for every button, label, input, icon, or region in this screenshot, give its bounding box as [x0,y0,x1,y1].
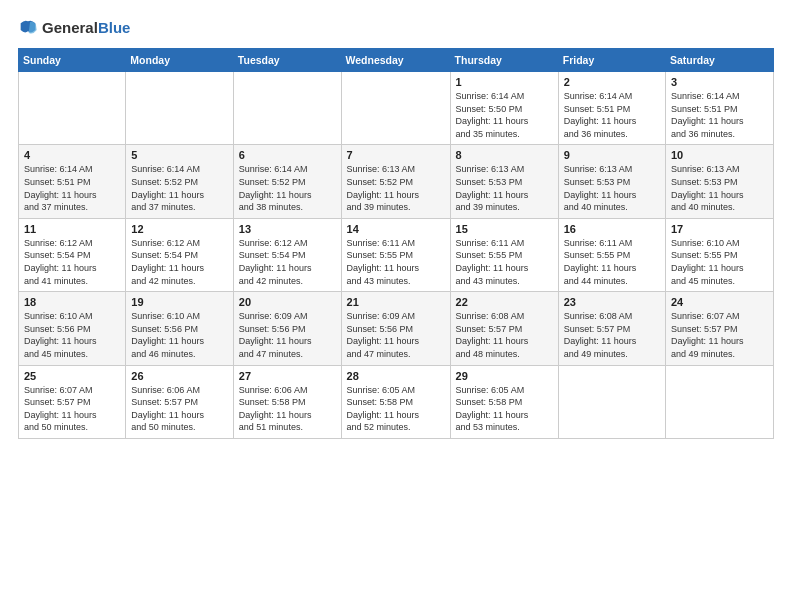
weekday-header-tuesday: Tuesday [233,49,341,72]
page-header: GeneralBlue [18,18,774,38]
day-number: 23 [564,296,660,308]
day-number: 14 [347,223,445,235]
day-number: 17 [671,223,768,235]
calendar-header-row: SundayMondayTuesdayWednesdayThursdayFrid… [19,49,774,72]
calendar-cell: 18Sunrise: 6:10 AM Sunset: 5:56 PM Dayli… [19,292,126,365]
calendar-cell: 24Sunrise: 6:07 AM Sunset: 5:57 PM Dayli… [666,292,774,365]
calendar-cell: 7Sunrise: 6:13 AM Sunset: 5:52 PM Daylig… [341,145,450,218]
calendar-cell: 26Sunrise: 6:06 AM Sunset: 5:57 PM Dayli… [126,365,234,438]
day-number: 11 [24,223,120,235]
cell-info: Sunrise: 6:11 AM Sunset: 5:55 PM Dayligh… [456,237,553,287]
cell-info: Sunrise: 6:09 AM Sunset: 5:56 PM Dayligh… [347,310,445,360]
day-number: 19 [131,296,228,308]
calendar-cell: 15Sunrise: 6:11 AM Sunset: 5:55 PM Dayli… [450,218,558,291]
calendar-cell: 2Sunrise: 6:14 AM Sunset: 5:51 PM Daylig… [558,72,665,145]
day-number: 15 [456,223,553,235]
calendar-cell: 27Sunrise: 6:06 AM Sunset: 5:58 PM Dayli… [233,365,341,438]
day-number: 1 [456,76,553,88]
day-number: 4 [24,149,120,161]
day-number: 9 [564,149,660,161]
cell-info: Sunrise: 6:12 AM Sunset: 5:54 PM Dayligh… [131,237,228,287]
cell-info: Sunrise: 6:11 AM Sunset: 5:55 PM Dayligh… [564,237,660,287]
cell-info: Sunrise: 6:10 AM Sunset: 5:56 PM Dayligh… [24,310,120,360]
calendar-week-1: 1Sunrise: 6:14 AM Sunset: 5:50 PM Daylig… [19,72,774,145]
calendar-cell: 9Sunrise: 6:13 AM Sunset: 5:53 PM Daylig… [558,145,665,218]
calendar-week-5: 25Sunrise: 6:07 AM Sunset: 5:57 PM Dayli… [19,365,774,438]
cell-info: Sunrise: 6:12 AM Sunset: 5:54 PM Dayligh… [24,237,120,287]
day-number: 10 [671,149,768,161]
day-number: 3 [671,76,768,88]
calendar-cell: 4Sunrise: 6:14 AM Sunset: 5:51 PM Daylig… [19,145,126,218]
calendar-cell: 10Sunrise: 6:13 AM Sunset: 5:53 PM Dayli… [666,145,774,218]
calendar-cell [233,72,341,145]
cell-info: Sunrise: 6:13 AM Sunset: 5:53 PM Dayligh… [671,163,768,213]
calendar-cell: 17Sunrise: 6:10 AM Sunset: 5:55 PM Dayli… [666,218,774,291]
calendar-cell: 23Sunrise: 6:08 AM Sunset: 5:57 PM Dayli… [558,292,665,365]
calendar-table: SundayMondayTuesdayWednesdayThursdayFrid… [18,48,774,439]
day-number: 7 [347,149,445,161]
calendar-week-4: 18Sunrise: 6:10 AM Sunset: 5:56 PM Dayli… [19,292,774,365]
cell-info: Sunrise: 6:14 AM Sunset: 5:52 PM Dayligh… [239,163,336,213]
logo: GeneralBlue [18,18,130,38]
day-number: 8 [456,149,553,161]
logo-icon [18,18,38,38]
cell-info: Sunrise: 6:05 AM Sunset: 5:58 PM Dayligh… [347,384,445,434]
calendar-cell: 20Sunrise: 6:09 AM Sunset: 5:56 PM Dayli… [233,292,341,365]
cell-info: Sunrise: 6:13 AM Sunset: 5:53 PM Dayligh… [564,163,660,213]
day-number: 18 [24,296,120,308]
calendar-cell [341,72,450,145]
day-number: 26 [131,370,228,382]
cell-info: Sunrise: 6:14 AM Sunset: 5:51 PM Dayligh… [24,163,120,213]
day-number: 25 [24,370,120,382]
cell-info: Sunrise: 6:08 AM Sunset: 5:57 PM Dayligh… [456,310,553,360]
day-number: 21 [347,296,445,308]
calendar-cell: 8Sunrise: 6:13 AM Sunset: 5:53 PM Daylig… [450,145,558,218]
day-number: 28 [347,370,445,382]
cell-info: Sunrise: 6:06 AM Sunset: 5:57 PM Dayligh… [131,384,228,434]
day-number: 24 [671,296,768,308]
calendar-week-3: 11Sunrise: 6:12 AM Sunset: 5:54 PM Dayli… [19,218,774,291]
calendar-cell: 19Sunrise: 6:10 AM Sunset: 5:56 PM Dayli… [126,292,234,365]
cell-info: Sunrise: 6:13 AM Sunset: 5:53 PM Dayligh… [456,163,553,213]
day-number: 13 [239,223,336,235]
calendar-cell: 12Sunrise: 6:12 AM Sunset: 5:54 PM Dayli… [126,218,234,291]
calendar-cell: 21Sunrise: 6:09 AM Sunset: 5:56 PM Dayli… [341,292,450,365]
weekday-header-saturday: Saturday [666,49,774,72]
calendar-cell [126,72,234,145]
day-number: 6 [239,149,336,161]
cell-info: Sunrise: 6:12 AM Sunset: 5:54 PM Dayligh… [239,237,336,287]
cell-info: Sunrise: 6:14 AM Sunset: 5:51 PM Dayligh… [564,90,660,140]
day-number: 22 [456,296,553,308]
day-number: 27 [239,370,336,382]
day-number: 12 [131,223,228,235]
day-number: 2 [564,76,660,88]
cell-info: Sunrise: 6:10 AM Sunset: 5:55 PM Dayligh… [671,237,768,287]
cell-info: Sunrise: 6:10 AM Sunset: 5:56 PM Dayligh… [131,310,228,360]
calendar-cell [558,365,665,438]
cell-info: Sunrise: 6:07 AM Sunset: 5:57 PM Dayligh… [671,310,768,360]
calendar-cell: 29Sunrise: 6:05 AM Sunset: 5:58 PM Dayli… [450,365,558,438]
cell-info: Sunrise: 6:11 AM Sunset: 5:55 PM Dayligh… [347,237,445,287]
cell-info: Sunrise: 6:14 AM Sunset: 5:52 PM Dayligh… [131,163,228,213]
calendar-cell: 13Sunrise: 6:12 AM Sunset: 5:54 PM Dayli… [233,218,341,291]
cell-info: Sunrise: 6:07 AM Sunset: 5:57 PM Dayligh… [24,384,120,434]
calendar-cell: 28Sunrise: 6:05 AM Sunset: 5:58 PM Dayli… [341,365,450,438]
calendar-cell: 11Sunrise: 6:12 AM Sunset: 5:54 PM Dayli… [19,218,126,291]
weekday-header-sunday: Sunday [19,49,126,72]
cell-info: Sunrise: 6:08 AM Sunset: 5:57 PM Dayligh… [564,310,660,360]
logo-blue: Blue [98,19,131,36]
cell-info: Sunrise: 6:13 AM Sunset: 5:52 PM Dayligh… [347,163,445,213]
cell-info: Sunrise: 6:06 AM Sunset: 5:58 PM Dayligh… [239,384,336,434]
cell-info: Sunrise: 6:14 AM Sunset: 5:51 PM Dayligh… [671,90,768,140]
calendar-cell: 5Sunrise: 6:14 AM Sunset: 5:52 PM Daylig… [126,145,234,218]
calendar-cell: 22Sunrise: 6:08 AM Sunset: 5:57 PM Dayli… [450,292,558,365]
calendar-cell [19,72,126,145]
logo-general: General [42,19,98,36]
calendar-cell: 1Sunrise: 6:14 AM Sunset: 5:50 PM Daylig… [450,72,558,145]
weekday-header-wednesday: Wednesday [341,49,450,72]
day-number: 16 [564,223,660,235]
day-number: 5 [131,149,228,161]
weekday-header-thursday: Thursday [450,49,558,72]
calendar-cell: 14Sunrise: 6:11 AM Sunset: 5:55 PM Dayli… [341,218,450,291]
day-number: 29 [456,370,553,382]
